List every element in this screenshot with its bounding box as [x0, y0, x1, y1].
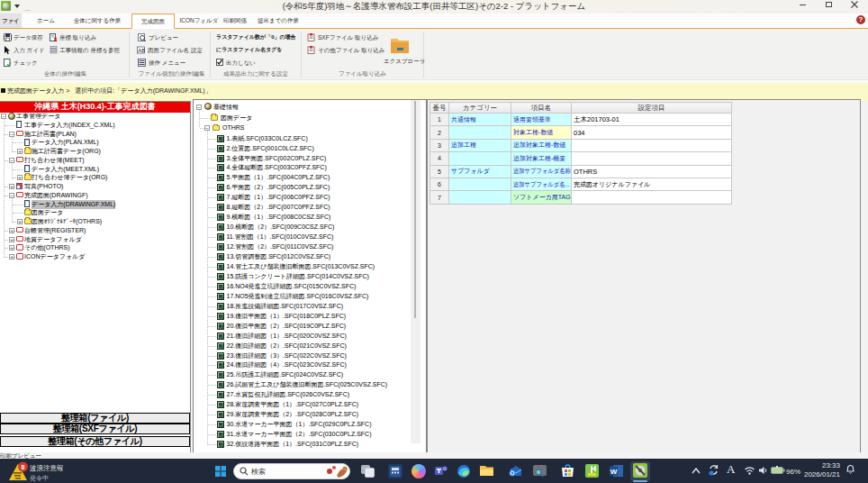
- svg-text:8: 8: [22, 464, 25, 470]
- svg-text:AB: AB: [138, 48, 145, 53]
- svg-text:W: W: [610, 468, 618, 476]
